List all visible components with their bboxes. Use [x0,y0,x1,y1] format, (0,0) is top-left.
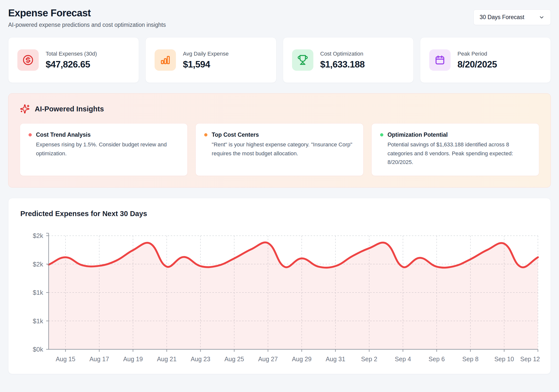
insight-head: Top Cost Centers [204,131,355,138]
y-tick-label: $2k [33,232,43,239]
y-tick-label: $0k [33,346,43,353]
x-tick-label: Aug 31 [326,356,345,362]
stat-text: Avg Daily Expense $1,594 [183,51,229,70]
stat-value: $1,633.188 [320,59,365,70]
status-dot [204,133,207,136]
x-tick-label: Sep 6 [428,356,445,362]
chart-area-fill [49,242,538,349]
ai-insights-header: AI-Powered Insights [20,104,539,114]
sparkles-icon [20,104,30,114]
insights-grid: Cost Trend Analysis Expenses rising by 1… [20,123,539,176]
expense-forecast-chart[interactable]: $2k$2k$1k$1k$0kAug 15Aug 17Aug 19Aug 21A… [20,229,539,364]
trophy-icon [292,49,313,71]
insight-body: Expenses rising by 1.5%. Consider budget… [36,140,179,158]
chevron-down-icon [539,14,545,20]
insight-head: Cost Trend Analysis [29,131,179,138]
x-tick-label: Aug 15 [56,356,75,362]
stat-label: Peak Period [458,51,497,57]
x-tick-label: Sep 2 [361,356,377,362]
stat-label: Total Expenses (30d) [46,51,97,57]
chart-svg: $2k$2k$1k$1k$0kAug 15Aug 17Aug 19Aug 21A… [20,229,539,364]
insight-card-top-cost-centers: Top Cost Centers "Rent" is your highest … [196,123,363,176]
ai-insights-panel: AI-Powered Insights Cost Trend Analysis … [8,93,551,188]
stat-value: $1,594 [183,59,229,70]
x-tick-label: Sep 12 [520,356,540,362]
stat-card-cost-optimization: Cost Optimization $1,633.188 [283,37,414,83]
page-title: Expense Forecast [8,7,166,19]
status-dot [380,133,383,136]
stat-card-peak-period: Peak Period 8/20/2025 [420,37,551,83]
insight-card-cost-trend: Cost Trend Analysis Expenses rising by 1… [20,123,188,176]
x-tick-label: Aug 23 [191,356,210,362]
x-tick-label: Sep 8 [462,356,478,362]
insight-body: "Rent" is your highest expense category.… [212,140,355,158]
stat-value: $47,826.65 [46,59,97,70]
page-subtitle: AI-powered expense predictions and cost … [8,22,166,28]
x-tick-label: Aug 29 [292,356,311,362]
dollar-circle-icon [17,49,39,71]
stat-value: 8/20/2025 [458,59,497,70]
x-tick-label: Aug 25 [224,356,244,362]
stats-row: Total Expenses (30d) $47,826.65 Avg Dail… [8,37,551,83]
forecast-range-value: 30 Days Forecast [480,14,524,21]
x-tick-label: Aug 27 [258,356,278,362]
insight-title: Cost Trend Analysis [36,131,91,138]
x-tick-label: Sep 4 [395,356,411,362]
y-tick-label: $1k [33,289,43,296]
bar-chart-icon [155,49,176,71]
x-tick-label: Aug 17 [89,356,109,362]
stat-text: Total Expenses (30d) $47,826.65 [46,51,97,70]
x-tick-label: Aug 21 [157,356,176,362]
chart-title: Predicted Expenses for Next 30 Days [20,210,539,218]
stat-label: Cost Optimization [320,51,365,57]
insight-body: Potential savings of $1,633.188 identifi… [388,140,530,167]
stat-card-avg-daily-expense: Avg Daily Expense $1,594 [145,37,276,83]
y-tick-label: $2k [33,260,43,268]
insight-card-optimization-potential: Optimization Potential Potential savings… [371,123,539,176]
y-tick-label: $1k [33,317,43,325]
chart-card: Predicted Expenses for Next 30 Days $2k$… [8,198,551,374]
insight-title: Top Cost Centers [212,131,259,138]
page-header-titles: Expense Forecast AI-powered expense pred… [8,7,166,28]
expense-forecast-page: Expense Forecast AI-powered expense pred… [0,0,559,392]
chart-y-axis-labels: $2k$2k$1k$1k$0k [33,232,43,353]
x-tick-label: Aug 19 [123,356,143,362]
stat-text: Peak Period 8/20/2025 [458,51,497,70]
calendar-icon [429,49,451,71]
x-tick-label: Sep 10 [494,356,514,362]
page-header: Expense Forecast AI-powered expense pred… [8,7,551,28]
stat-label: Avg Daily Expense [183,51,229,57]
insight-head: Optimization Potential [380,131,530,138]
stat-text: Cost Optimization $1,633.188 [320,51,365,70]
insights-title: AI-Powered Insights [35,105,104,113]
status-dot [29,133,32,136]
insight-title: Optimization Potential [388,131,448,138]
forecast-range-select[interactable]: 30 Days Forecast [473,9,551,25]
chart-x-axis-labels: Aug 15Aug 17Aug 19Aug 21Aug 23Aug 25Aug … [56,356,540,362]
stat-card-total-expenses: Total Expenses (30d) $47,826.65 [8,37,139,83]
